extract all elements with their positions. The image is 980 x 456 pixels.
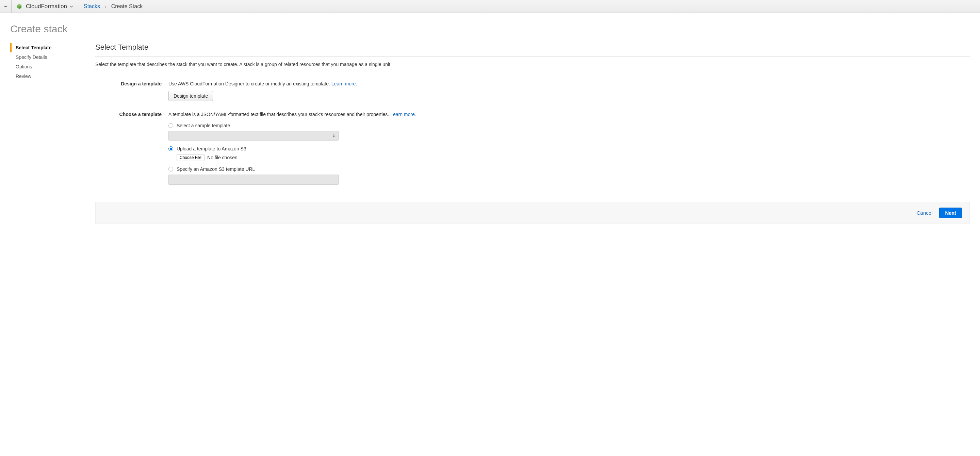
- option-specify-url[interactable]: Specify an Amazon S3 template URL: [169, 167, 447, 172]
- file-chooser-row: Choose File No file chosen: [177, 154, 447, 161]
- s3-url-input[interactable]: [169, 175, 339, 185]
- cancel-button[interactable]: Cancel: [917, 210, 933, 216]
- wizard-steps: Select Template Specify Details Options …: [10, 43, 95, 81]
- select-caret-icon: [331, 133, 336, 139]
- file-status: No file chosen: [207, 155, 237, 160]
- page-body: Create stack Select Template Specify Det…: [0, 13, 980, 238]
- radio-upload-s3[interactable]: [169, 146, 173, 151]
- breadcrumb-current: Create Stack: [111, 3, 143, 10]
- breadcrumb-separator: ›: [105, 4, 107, 9]
- option-upload-s3[interactable]: Upload a template to Amazon S3: [169, 146, 447, 151]
- radio-label-url: Specify an Amazon S3 template URL: [177, 167, 255, 172]
- cloudformation-icon: [16, 3, 22, 10]
- chevron-down-icon: [70, 5, 73, 8]
- radio-label-sample: Select a sample template: [177, 123, 230, 128]
- text-choose-template: A template is a JSON/YAML-formatted text…: [169, 111, 390, 117]
- section-title: Select Template: [95, 43, 970, 52]
- next-button[interactable]: Next: [939, 208, 962, 218]
- service-selector[interactable]: CloudFormation: [11, 0, 78, 13]
- radio-sample-template[interactable]: [169, 123, 173, 128]
- main-panel: Select Template Select the template that…: [95, 43, 970, 224]
- aws-menu-toggle[interactable]: [0, 0, 11, 13]
- radio-label-upload: Upload a template to Amazon S3: [177, 146, 247, 151]
- text-design-template: Use AWS CloudFormation Designer to creat…: [169, 81, 331, 86]
- link-design-learn-more[interactable]: Learn more.: [331, 81, 357, 86]
- section-description: Select the template that describes the s…: [95, 62, 970, 67]
- step-specify-details[interactable]: Specify Details: [10, 52, 95, 62]
- link-choose-learn-more[interactable]: Learn more.: [390, 111, 416, 117]
- row-design-template: Design a template Use AWS CloudFormation…: [95, 81, 970, 101]
- service-name: CloudFormation: [26, 3, 67, 10]
- breadcrumb-link-stacks[interactable]: Stacks: [84, 3, 100, 10]
- radio-specify-url[interactable]: [169, 167, 173, 172]
- option-sample-template[interactable]: Select a sample template: [169, 123, 447, 128]
- breadcrumb: Stacks › Create Stack: [78, 3, 148, 10]
- label-choose-template: Choose a template: [95, 111, 169, 117]
- topbar: CloudFormation Stacks › Create Stack: [0, 0, 980, 13]
- sample-template-select[interactable]: [169, 131, 339, 141]
- page-title: Create stack: [10, 23, 970, 35]
- step-select-template[interactable]: Select Template: [10, 43, 95, 52]
- step-options[interactable]: Options: [10, 62, 95, 71]
- step-review[interactable]: Review: [10, 71, 95, 81]
- wizard-footer: Cancel Next: [95, 202, 970, 224]
- choose-file-button[interactable]: Choose File: [177, 154, 205, 161]
- label-design-template: Design a template: [95, 81, 169, 86]
- design-template-button[interactable]: Design template: [169, 91, 213, 101]
- row-choose-template: Choose a template A template is a JSON/Y…: [95, 111, 970, 185]
